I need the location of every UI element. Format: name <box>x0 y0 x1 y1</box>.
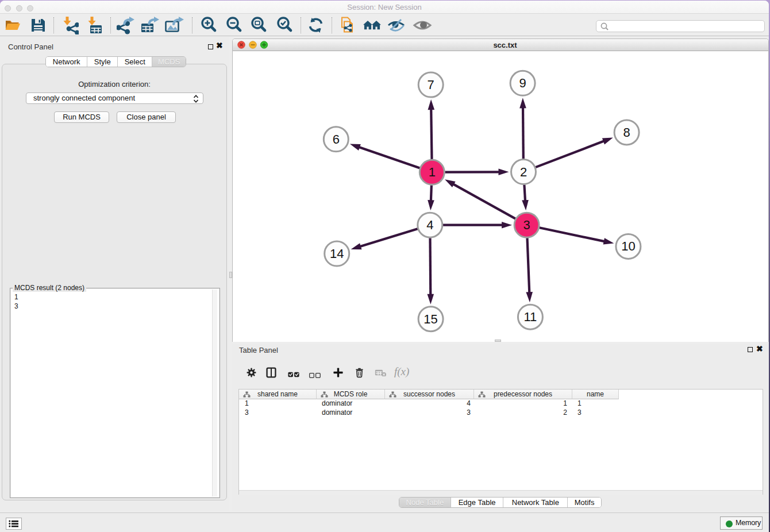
svg-text:4: 4 <box>426 218 433 232</box>
svg-text:8: 8 <box>623 125 630 140</box>
svg-text:3: 3 <box>523 218 530 232</box>
svg-text:10: 10 <box>621 239 635 253</box>
svg-text:15: 15 <box>424 312 437 326</box>
svg-text:7: 7 <box>428 78 434 92</box>
svg-text:9: 9 <box>519 76 526 90</box>
svg-text:1: 1 <box>429 165 436 179</box>
svg-text:14: 14 <box>330 246 344 261</box>
svg-text:2: 2 <box>520 165 527 179</box>
svg-text:6: 6 <box>333 132 340 147</box>
svg-text:11: 11 <box>523 310 537 324</box>
